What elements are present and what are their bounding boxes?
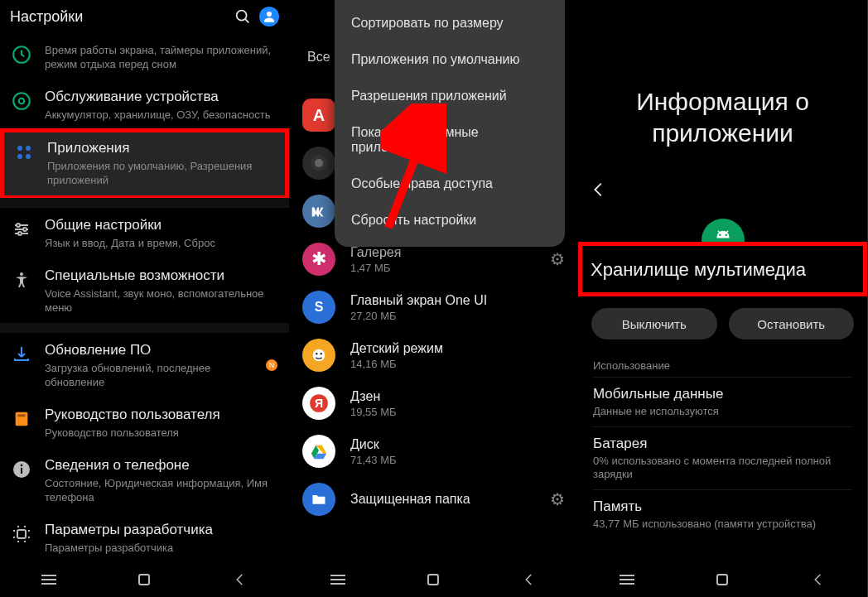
device-care-icon [10, 89, 33, 113]
app-size: 14,16 МБ [350, 358, 565, 370]
svg-point-0 [237, 11, 247, 21]
menu-item-default-apps[interactable]: Приложения по умолчанию [335, 41, 565, 78]
gear-icon[interactable]: ⚙ [550, 249, 565, 269]
update-icon [10, 343, 33, 366]
row-title: Приложения [47, 139, 277, 157]
force-stop-button[interactable]: Остановить [729, 308, 855, 339]
svg-point-14 [23, 228, 27, 231]
nav-home-icon[interactable] [427, 574, 439, 585]
back-icon[interactable] [590, 181, 608, 199]
nav-bar [578, 562, 867, 597]
app-row-kids[interactable]: Детский режим 14,16 МБ [289, 331, 578, 379]
row-title: Память [593, 498, 852, 515]
nav-recent-icon[interactable] [330, 575, 345, 585]
svg-point-4 [13, 93, 30, 109]
drive-icon [302, 435, 335, 468]
svg-point-2 [267, 12, 272, 17]
row-subtitle: Загрузка обновлений, последнее обновлени… [45, 361, 254, 389]
svg-line-37 [717, 231, 720, 234]
settings-row-user-manual[interactable]: Руководство пользователя Руководство пол… [0, 397, 289, 448]
notification-badge: N [266, 359, 277, 371]
app-row-zen[interactable]: Я Дзен 19,55 МБ [289, 379, 578, 427]
svg-line-38 [726, 231, 728, 234]
app-row-drive[interactable]: Диск 71,43 МБ [289, 427, 578, 475]
row-subtitle: Аккумулятор, хранилище, ОЗУ, безопасност… [45, 108, 277, 122]
app-name: Галерея [350, 245, 535, 260]
app-name: Дзен [350, 389, 565, 404]
settings-row-about-phone[interactable]: Сведения о телефоне Состояние, Юридическ… [0, 448, 289, 513]
header: Настройки [0, 0, 289, 33]
svg-point-36 [725, 234, 727, 237]
settings-row-software-update[interactable]: Обновление ПО Загрузка обновлений, после… [0, 333, 289, 397]
disable-button[interactable]: Выключить [591, 308, 717, 339]
usage-row-battery[interactable]: Батарея 0% использовано с момента послед… [593, 426, 852, 489]
app-name: Диск [350, 437, 565, 452]
nav-recent-icon[interactable] [620, 575, 634, 585]
row-subtitle: Язык и ввод, Дата и время, Сброс [45, 236, 277, 250]
app-icon: А [302, 99, 335, 132]
menu-item-reset[interactable]: Сбросить настройки [335, 202, 565, 238]
filter-all[interactable]: Все [307, 50, 330, 65]
row-title: Параметры разработчика [45, 521, 277, 539]
svg-point-15 [18, 232, 22, 235]
menu-item-special-access[interactable]: Особые права доступа [335, 166, 565, 202]
svg-point-25 [313, 349, 326, 362]
settings-list: Время работы экрана, таймеры приложений,… [0, 33, 289, 563]
section-divider [0, 198, 289, 208]
page-title: Настройки [10, 8, 226, 26]
row-subtitle: Состояние, Юридическая информация, Имя т… [45, 476, 277, 504]
app-row-secure-folder[interactable]: Защищенная папка ⚙ [289, 475, 578, 523]
search-icon[interactable] [233, 7, 253, 26]
svg-line-1 [245, 19, 248, 22]
nav-recent-icon[interactable] [41, 575, 56, 585]
app-name: Главный экран One UI [350, 293, 565, 308]
settings-row-accessibility[interactable]: Специальные возможности Voice Assistant,… [0, 258, 289, 323]
row-title: Общие настройки [45, 216, 277, 234]
row-subtitle: Приложения по умолчанию, Разрешения прил… [47, 159, 277, 187]
settings-row-developer-options[interactable]: Параметры разработчика Параметры разрабо… [0, 513, 289, 563]
svg-point-8 [17, 154, 22, 159]
usage-row-storage[interactable]: Память 43,77 МБ использовано (памяти уст… [593, 489, 852, 539]
menu-item-sort[interactable]: Сортировать по размеру [335, 5, 565, 41]
gallery-icon: ✱ [302, 243, 335, 276]
sliders-icon [10, 218, 33, 241]
nav-bar [0, 562, 289, 597]
clock-icon [10, 43, 33, 66]
settings-row-general[interactable]: Общие настройки Язык и ввод, Дата и врем… [0, 208, 289, 258]
row-subtitle: 0% использовано с момента последней полн… [593, 455, 852, 481]
settings-row-apps[interactable]: Приложения Приложения по умолчанию, Разр… [0, 128, 289, 200]
app-name: Детский режим [350, 341, 565, 356]
svg-point-6 [17, 146, 22, 151]
oneui-icon: S [302, 291, 335, 324]
phone-screen-apps-list: Все А ВКонтакте 1,47 МБ ✱ Галерея [289, 0, 578, 597]
row-subtitle: 43,77 МБ использовано (памяти устройства… [593, 518, 852, 531]
app-info-header: Информация о приложении [578, 0, 867, 166]
apps-icon [12, 141, 36, 164]
row-subtitle: Руководство пользователя [45, 426, 277, 440]
avatar-icon[interactable] [259, 7, 279, 26]
nav-bar [289, 562, 578, 597]
menu-item-show-system[interactable]: Показать системные приложения [335, 114, 565, 166]
settings-row-device-care[interactable]: Обслуживание устройства Аккумулятор, хра… [0, 79, 289, 130]
gear-icon[interactable]: ⚙ [550, 489, 565, 509]
svg-rect-20 [21, 468, 22, 474]
book-icon [10, 407, 33, 431]
nav-home-icon[interactable] [716, 574, 728, 585]
usage-row-mobile-data[interactable]: Мобильные данные Данные не используются [593, 377, 852, 426]
app-row-oneui[interactable]: S Главный экран One UI 27,20 МБ [289, 283, 578, 331]
nav-back-icon[interactable] [233, 572, 248, 587]
svg-point-21 [21, 465, 23, 467]
row-title: Мобильные данные [593, 386, 852, 402]
row-title: Специальные возможности [45, 267, 277, 285]
phone-screen-app-info: Информация о приложении Хранилище мульти… [578, 0, 867, 597]
app-name-highlight: Хранилище мультимедиа [578, 242, 867, 296]
nav-back-icon[interactable] [811, 572, 826, 587]
settings-row-digital-wellbeing[interactable]: Время работы экрана, таймеры приложений,… [0, 33, 289, 79]
app-size: 27,20 МБ [350, 310, 565, 322]
menu-item-permissions[interactable]: Разрешения приложений [335, 78, 565, 114]
nav-home-icon[interactable] [138, 574, 150, 585]
action-buttons: Выключить Остановить [578, 296, 867, 346]
nav-back-icon[interactable] [522, 572, 537, 587]
usage-section: Использование Мобильные данные Данные не… [578, 346, 867, 539]
app-icon [302, 147, 335, 180]
